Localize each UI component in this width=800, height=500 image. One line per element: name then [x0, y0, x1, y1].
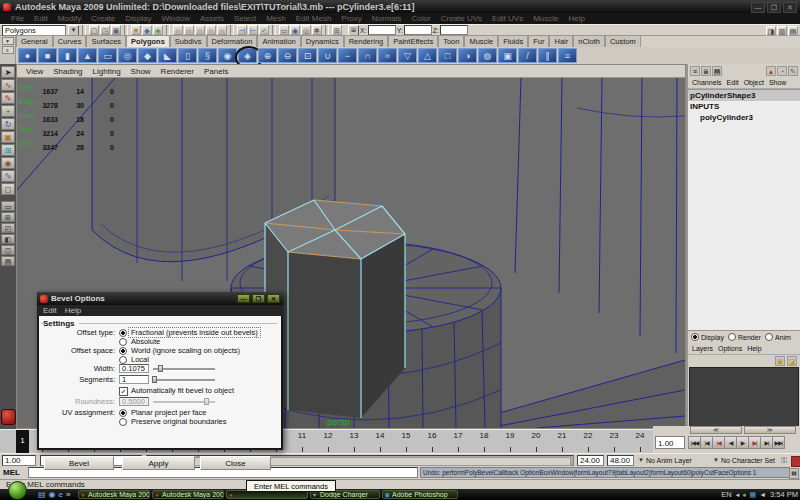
offset-type-radio[interactable]: Fractional (prevents inside out bevels): [119, 328, 260, 337]
playback-start-field[interactable]: 1.00: [2, 455, 36, 466]
z-input[interactable]: [440, 25, 468, 35]
maximize-button[interactable]: ❐: [767, 2, 781, 13]
task-maya-1[interactable]: ●Autodesk Maya 200...: [78, 490, 150, 499]
close-button-dialog[interactable]: Close: [200, 456, 271, 470]
insert-edge-loop[interactable]: ∥: [538, 48, 557, 63]
menu-item[interactable]: Edit UVs: [487, 14, 528, 23]
playback-end-field[interactable]: 48.00: [607, 455, 634, 466]
soft-mod-tool[interactable]: ◉: [1, 157, 15, 169]
channel-manipulator-middle[interactable]: ≣: [701, 66, 711, 76]
layer-tab-radio[interactable]: Display: [691, 333, 724, 342]
offset-space-radio[interactable]: World (ignore scaling on objects): [119, 346, 242, 355]
menu-item[interactable]: Create: [86, 14, 120, 23]
last-tool[interactable]: ◻: [1, 183, 15, 195]
go-to-end[interactable]: ▶▶|: [772, 436, 785, 449]
reduce[interactable]: ▽: [398, 48, 417, 63]
shelf-tab[interactable]: Muscle: [464, 35, 498, 47]
panel-collapse-button[interactable]: ≫: [744, 426, 796, 434]
universal-manipulator[interactable]: ⊞: [1, 144, 15, 156]
panel-menu-item[interactable]: Renderer: [157, 67, 198, 76]
quick-selection-mask[interactable]: ⊞: [332, 25, 342, 35]
shelf-tab[interactable]: nCloth: [573, 35, 605, 47]
panel-menu-item[interactable]: Lighting: [89, 67, 125, 76]
uv-assignment-radio[interactable]: Planar project per face: [119, 408, 228, 417]
separator[interactable]: [166, 25, 170, 36]
width-field[interactable]: 0.1075: [119, 364, 149, 373]
channel-menu-item[interactable]: Object: [742, 79, 766, 86]
smooth[interactable]: ≈: [378, 48, 397, 63]
boolean-union[interactable]: ∪: [318, 48, 337, 63]
menu-item[interactable]: Proxy: [336, 14, 366, 23]
menu-item[interactable]: Mesh: [261, 14, 291, 23]
open-scene[interactable]: ◳: [100, 25, 110, 35]
hide-tray-icons[interactable]: ◂: [736, 490, 740, 499]
anim-layer-dropdown[interactable]: ▼No Anim Layer: [638, 455, 692, 466]
selection-by-icon[interactable]: ⊞: [348, 25, 359, 36]
menu-item[interactable]: Normals: [367, 14, 407, 23]
menu-item[interactable]: Modify: [53, 14, 87, 23]
frame-tick[interactable]: 18: [471, 430, 497, 453]
select-hierarchy[interactable]: ▼: [131, 25, 141, 35]
panel-menu-item[interactable]: Shading: [49, 67, 86, 76]
show-desktop-icon[interactable]: ▤: [38, 490, 46, 499]
shelf-tab[interactable]: Fluids: [498, 35, 528, 47]
volume-icon[interactable]: ◄: [759, 490, 766, 499]
bevel[interactable]: ◈: [238, 48, 257, 63]
shelf-tab[interactable]: PaintEffects: [388, 35, 438, 47]
menu-item[interactable]: File: [6, 14, 29, 23]
quadrangulate[interactable]: □: [438, 48, 457, 63]
shelf-tab[interactable]: Custom: [605, 35, 641, 47]
panel-menu-item[interactable]: Panels: [200, 67, 232, 76]
panel-collapse-button[interactable]: ≪: [690, 426, 742, 434]
frame-tick[interactable]: 16: [419, 430, 445, 453]
snap-to-plane[interactable]: ∩: [206, 25, 216, 35]
layer-tab-radio[interactable]: Render: [728, 333, 761, 342]
render-settings[interactable]: ✱: [312, 25, 322, 35]
menu-set-dropdown[interactable]: Polygons: [2, 25, 66, 36]
poly-pipe[interactable]: ▯: [178, 48, 197, 63]
separator[interactable]: [124, 25, 128, 36]
layer-tab-radio[interactable]: Anim: [765, 333, 791, 342]
scale-tool[interactable]: ▣: [1, 131, 15, 143]
selected-node-row[interactable]: pCylinderShape3: [688, 90, 800, 101]
task-adobe-photoshop[interactable]: ◼Adobe Photoshop: [382, 490, 458, 499]
combine[interactable]: ⊕: [258, 48, 277, 63]
separator[interactable]: [325, 25, 329, 36]
dialog-menu-item[interactable]: Edit: [43, 306, 57, 315]
shelf-tab-arrow-icon[interactable]: ▼: [2, 37, 14, 45]
current-frame-marker[interactable]: 1: [16, 430, 29, 453]
poly-cube[interactable]: ■: [38, 48, 57, 63]
auto-keyframe-icon[interactable]: ⚿: [781, 456, 787, 466]
poly-cone[interactable]: ▲: [78, 48, 97, 63]
poly-prism[interactable]: ◆: [138, 48, 157, 63]
save-scene[interactable]: ▣: [111, 25, 121, 35]
bevel-button[interactable]: Bevel: [44, 456, 114, 470]
menu-item[interactable]: Assets: [195, 14, 229, 23]
construction-history[interactable]: ✓: [259, 25, 269, 35]
panel-menu-item[interactable]: Show: [127, 67, 155, 76]
shelf-tab[interactable]: General: [16, 35, 53, 47]
shelf-tab[interactable]: Curves: [53, 35, 87, 47]
frame-tick[interactable]: 15: [393, 430, 419, 453]
clock[interactable]: 3:54 PM: [770, 490, 798, 499]
shelf-tab[interactable]: Surfaces: [86, 35, 126, 47]
rotate-tool[interactable]: ↻: [1, 118, 15, 130]
tool-settings-toggle[interactable]: ▥: [777, 26, 787, 36]
separator[interactable]: [230, 25, 234, 36]
range-end-field[interactable]: 24.00: [577, 455, 604, 466]
dialog-menu-item[interactable]: Help: [65, 306, 81, 315]
channel-menu-item[interactable]: Channels: [690, 79, 724, 86]
task-maya-2[interactable]: ●Autodesk Maya 200...: [152, 490, 224, 499]
frame-tick[interactable]: 24: [627, 430, 653, 453]
poly-plane[interactable]: ▭: [98, 48, 117, 63]
media-player-icon[interactable]: ◉: [49, 490, 56, 499]
separate[interactable]: ⊖: [278, 48, 297, 63]
offset-type-radio[interactable]: Absolute: [119, 337, 260, 346]
poly-cylinder[interactable]: ▮: [58, 48, 77, 63]
shelf-tab[interactable]: Rendering: [344, 35, 389, 47]
messenger-icon[interactable]: ●: [742, 490, 746, 499]
menu-item[interactable]: Create UVs: [436, 14, 487, 23]
layout-single-pane[interactable]: ▭: [1, 201, 15, 211]
frame-tick[interactable]: 17: [445, 430, 471, 453]
menu-item[interactable]: Edit: [29, 14, 53, 23]
